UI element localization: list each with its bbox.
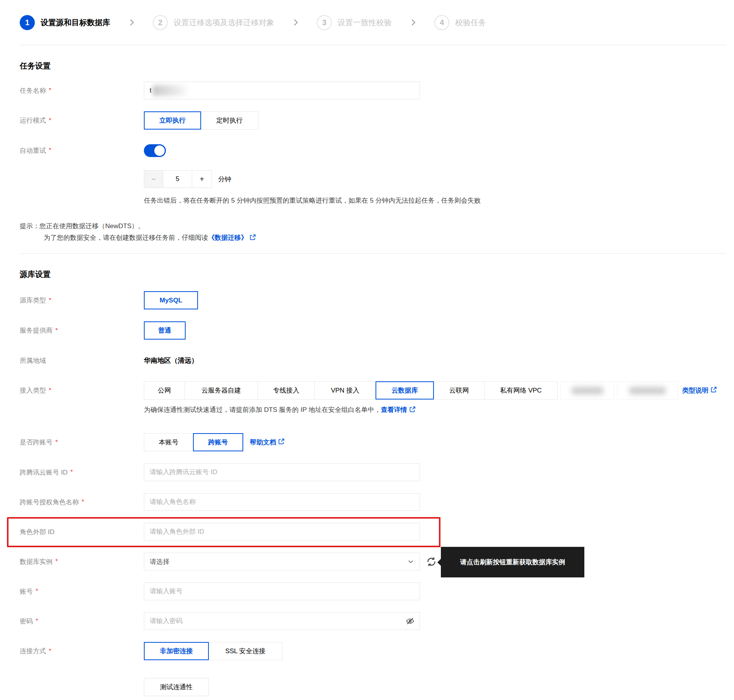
task-name-row: 任务名称 * t (20, 82, 734, 99)
region-label: 所属地域 (20, 356, 144, 365)
chevron-down-icon (407, 558, 414, 565)
step-2-migration-options: 2 设置迁移选项及选择迁移对象 (153, 15, 274, 30)
connect-mode-row: 连接方式 * 非加密连接 SSL 安全连接 (20, 642, 734, 660)
instance-select[interactable]: 请选择 (144, 553, 420, 570)
access-type-vpc[interactable]: 私有网络 VPC (484, 381, 558, 400)
provider-normal-button[interactable]: 普通 (144, 321, 186, 340)
access-type-group: 公网 云服务器自建 专线接入 VPN 接入 云数据库 云联网 私有网络 VPC (144, 381, 558, 400)
step-1-number: 1 (20, 15, 35, 30)
run-mode-immediate-button[interactable]: 立即执行 (144, 111, 201, 130)
access-type-self-built-cvm[interactable]: 云服务器自建 (184, 381, 258, 400)
view-details-link[interactable]: 查看详情 (381, 406, 407, 413)
refresh-instances-button[interactable] (425, 556, 437, 567)
external-id-label: 角色外部 ID (20, 528, 144, 536)
access-type-direct-connect[interactable]: 专线接入 (258, 381, 315, 400)
cross-account-cross-button[interactable]: 跨账号 (193, 433, 243, 451)
required-mark: * (55, 439, 58, 446)
required-mark: * (70, 468, 73, 476)
access-type-redacted-2[interactable] (617, 381, 678, 400)
required-mark: * (55, 327, 58, 335)
account-id-input[interactable] (144, 463, 420, 481)
help-doc-link[interactable]: 帮助文档 (250, 438, 276, 447)
access-type-vpn[interactable]: VPN 接入 (314, 381, 376, 400)
divider (20, 253, 726, 254)
provider-label: 服务提供商 * (20, 326, 144, 335)
db-type-label: 源库类型 * (20, 296, 144, 305)
run-mode-group: 立即执行 定时执行 (144, 111, 258, 130)
chevron-right-icon (409, 18, 417, 27)
instance-select-placeholder: 请选择 (150, 557, 169, 566)
cross-account-label: 是否跨账号 * (20, 438, 144, 447)
instance-label: 数据库实例 * (20, 557, 144, 566)
source-settings-title: 源库设置 (20, 269, 734, 280)
external-link-icon[interactable] (249, 233, 256, 244)
test-connectivity-button[interactable]: 测试连通性 (144, 678, 209, 696)
minutes-unit-label: 分钟 (218, 175, 231, 184)
step-4-number: 4 (434, 15, 449, 30)
chevron-right-icon (127, 18, 136, 27)
retry-minutes-stepper: − 5 + (144, 170, 212, 188)
data-migration-doc-link[interactable]: 《数据迁移》 (208, 234, 248, 241)
divider (20, 45, 726, 45)
required-mark: * (36, 587, 38, 595)
retry-description: 任务出错后，将在任务断开的 5 分钟内按照预置的重试策略进行重试，如果在 5 分… (144, 196, 481, 205)
step-4-verify-task: 4 校验任务 (434, 15, 486, 30)
step-2-number: 2 (153, 15, 168, 30)
run-mode-label: 运行模式 * (20, 116, 144, 125)
external-id-row: 角色外部 ID (20, 523, 734, 541)
required-mark: * (49, 147, 51, 154)
dts-migration-setup-page: 1 设置源和目标数据库 2 设置迁移选项及选择迁移对象 3 设置一致性校验 4 … (0, 0, 734, 700)
task-name-input[interactable]: t (144, 82, 420, 99)
account-input[interactable] (144, 582, 420, 600)
task-name-label: 任务名称 * (20, 86, 144, 95)
stepper-value[interactable]: 5 (163, 170, 192, 188)
auto-retry-label: 自动重试 * (20, 146, 144, 155)
auto-retry-toggle[interactable] (144, 144, 166, 157)
access-type-redacted-1[interactable] (560, 381, 615, 400)
access-type-public-network[interactable]: 公网 (144, 381, 185, 400)
stepper-plus-button[interactable]: + (192, 170, 212, 188)
refresh-tooltip-text: 请点击刷新按钮重新获取数据库实例 (460, 558, 565, 567)
access-type-cloud-database[interactable]: 云数据库 (376, 381, 434, 400)
type-help: 类型说明 (682, 386, 717, 395)
connect-mode-ssl-button[interactable]: SSL 安全连接 (208, 642, 282, 660)
newdts-tip: 提示：您正在使用数据迁移（NewDTS）。 为了您的数据安全，请在创建数据迁移任… (20, 220, 734, 244)
connect-mode-label: 连接方式 * (20, 647, 144, 656)
run-mode-scheduled-button[interactable]: 定时执行 (201, 111, 258, 130)
stepper-minus-button[interactable]: − (144, 170, 163, 188)
instance-row: 数据库实例 * 请选择 (20, 553, 734, 570)
role-name-input[interactable] (144, 493, 420, 511)
required-mark: * (49, 647, 51, 655)
access-type-ccn[interactable]: 云联网 (434, 381, 485, 400)
account-label: 账号 * (20, 587, 144, 596)
cross-account-row: 是否跨账号 * 本账号 跨账号 帮助文档 (20, 433, 734, 451)
cross-account-self-button[interactable]: 本账号 (144, 433, 193, 451)
eye-off-icon[interactable] (406, 617, 415, 626)
password-row: 密码 * (20, 612, 734, 630)
test-connectivity-row: 测试连通性 (20, 678, 734, 696)
step-3-label: 设置一致性校验 (338, 17, 392, 28)
toggle-knob (154, 145, 165, 156)
region-row: 所属地域 华南地区（清远） (20, 352, 734, 369)
step-1-label: 设置源和目标数据库 (41, 17, 110, 28)
required-mark: * (82, 498, 84, 506)
db-type-mysql-button[interactable]: MySQL (144, 291, 198, 309)
connect-mode-unencrypted-button[interactable]: 非加密连接 (144, 642, 209, 660)
external-link-icon[interactable] (278, 438, 285, 447)
required-mark: * (49, 117, 51, 125)
type-help-link[interactable]: 类型说明 (682, 386, 708, 395)
chevron-right-icon (291, 18, 300, 27)
tip-line-2: 为了您的数据安全，请在创建数据迁移任务前，仔细阅读《数据迁移》 (20, 232, 734, 244)
cross-account-group: 本账号 跨账号 (144, 433, 243, 451)
help-doc: 帮助文档 (250, 438, 285, 447)
password-input[interactable] (144, 612, 420, 630)
external-id-input[interactable] (144, 523, 420, 541)
provider-row: 服务提供商 * 普通 (20, 321, 734, 340)
external-link-icon[interactable] (409, 406, 416, 415)
account-id-row: 跨腾讯云账号 ID * (20, 463, 734, 481)
connect-mode-group: 非加密连接 SSL 安全连接 (144, 642, 282, 660)
external-link-icon[interactable] (710, 386, 717, 395)
required-mark: * (49, 297, 51, 304)
task-settings-title: 任务设置 (20, 61, 734, 71)
region-value: 华南地区（清远） (144, 356, 198, 365)
